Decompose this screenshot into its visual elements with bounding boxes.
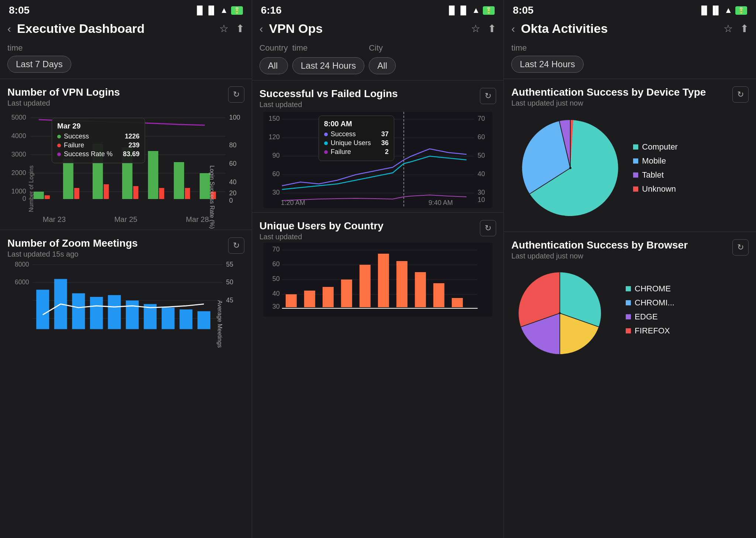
p2-unique-dot xyxy=(324,141,328,145)
star-icon-3[interactable]: ☆ xyxy=(724,23,733,35)
legend-computer: Computer xyxy=(633,142,678,152)
star-icon-2[interactable]: ☆ xyxy=(471,23,480,35)
svg-rect-48 xyxy=(179,309,192,329)
filter-label-1: time xyxy=(7,43,244,53)
country-pill[interactable]: All xyxy=(260,57,288,74)
divider-2b xyxy=(252,212,504,213)
star-icon-1[interactable]: ☆ xyxy=(219,23,228,35)
auth-browser-refresh[interactable]: ↻ xyxy=(732,239,749,256)
failure-label: Failure xyxy=(64,141,84,149)
svg-text:8000: 8000 xyxy=(15,261,29,268)
x-label-3: Mar 28 xyxy=(186,215,209,224)
vpn-logins-subtitle: Last updated xyxy=(7,99,120,107)
unknown-label: Unknown xyxy=(642,184,676,194)
svg-text:60: 60 xyxy=(229,160,237,167)
panel-executive-dashboard: 8:05 ▐▌▐▌ ▲ 🔋 ‹ Executive Dashboard ☆ ⬆ … xyxy=(0,0,252,538)
svg-rect-86 xyxy=(378,254,389,307)
svg-rect-20 xyxy=(74,188,79,199)
share-icon-3[interactable]: ⬆ xyxy=(740,23,749,35)
status-bar-3: 8:05 ▐▌▐▌ ▲ 🔋 xyxy=(504,0,756,18)
svg-text:70: 70 xyxy=(272,246,279,253)
page-title-2: VPN Ops xyxy=(269,21,465,36)
time-pill-2[interactable]: Last 24 Hours xyxy=(292,57,364,74)
filter-pill-24h[interactable]: Last 24 Hours xyxy=(511,56,583,73)
vpn-logins-refresh[interactable]: ↻ xyxy=(228,86,244,103)
success-failed-refresh[interactable]: ↻ xyxy=(480,88,496,104)
zoom-meetings-refresh[interactable]: ↻ xyxy=(228,237,244,254)
wifi-icon-3: ▲ xyxy=(724,6,732,15)
y-label-left-1: Number of Logins xyxy=(28,165,35,212)
svg-text:45: 45 xyxy=(226,297,233,304)
tooltip-row-rate: Success Rate % 83.69 xyxy=(57,150,140,158)
back-button-1[interactable]: ‹ xyxy=(7,23,11,35)
auth-browser-title-group: Authentication Success by Browser Last u… xyxy=(511,239,688,260)
time-3: 8:05 xyxy=(513,4,533,16)
edge-color xyxy=(626,314,631,319)
svg-text:80: 80 xyxy=(229,141,237,149)
filter-label-3: time xyxy=(511,43,749,53)
svg-rect-25 xyxy=(148,151,158,199)
device-legend: Computer Mobile Tablet Unknown xyxy=(633,142,678,194)
city-pill[interactable]: All xyxy=(369,57,396,74)
status-bar-1: 8:05 ▐▌▐▌ ▲ 🔋 xyxy=(0,0,252,18)
success-failed-title: Successful vs Failed Logins xyxy=(260,88,398,100)
svg-text:2000: 2000 xyxy=(11,169,26,177)
vpn-logins-section: Number of VPN Logins Last updated ↻ Mar … xyxy=(0,80,252,228)
back-button-2[interactable]: ‹ xyxy=(260,23,263,35)
svg-rect-84 xyxy=(341,280,352,307)
svg-text:9:40 AM: 9:40 AM xyxy=(428,199,453,206)
svg-text:50: 50 xyxy=(226,278,234,286)
legend-tablet: Tablet xyxy=(633,170,678,180)
p2-tooltip: 8:00 AM Success 37 Unique Users 36 Failu… xyxy=(319,116,394,161)
auth-browser-subtitle: Last updated just now xyxy=(511,252,688,260)
status-icons-3: ▐▌▐▌ ▲ 🔋 xyxy=(698,6,747,15)
unknown-color xyxy=(633,186,638,192)
computer-color xyxy=(633,144,638,150)
nav-bar-3: ‹ Okta Activities ☆ ⬆ xyxy=(504,18,756,40)
filter-pill-last7days[interactable]: Last 7 Days xyxy=(7,56,71,73)
svg-rect-27 xyxy=(174,162,184,199)
legend-firefox: FIREFOX xyxy=(626,326,674,336)
nav-icons-3: ☆ ⬆ xyxy=(724,23,749,35)
svg-text:3000: 3000 xyxy=(11,151,26,158)
share-icon-1[interactable]: ⬆ xyxy=(236,23,244,35)
failure-val: 239 xyxy=(121,141,140,149)
svg-rect-28 xyxy=(185,188,190,199)
back-button-3[interactable]: ‹ xyxy=(511,23,515,35)
success-failed-title-group: Successful vs Failed Logins Last updated xyxy=(260,88,398,109)
tooltip-row-failure: Failure 239 xyxy=(57,141,140,149)
svg-rect-45 xyxy=(126,301,139,329)
legend-unknown: Unknown xyxy=(633,184,678,194)
svg-text:4000: 4000 xyxy=(11,132,26,140)
success-failed-subtitle: Last updated xyxy=(260,100,398,109)
svg-text:100: 100 xyxy=(229,114,240,121)
svg-text:6000: 6000 xyxy=(15,278,29,286)
unique-users-refresh[interactable]: ↻ xyxy=(480,220,496,236)
nav-icons-1: ☆ ⬆ xyxy=(219,23,244,35)
country-chart: 70 60 50 40 30 xyxy=(260,243,496,316)
filter-section-3: time Last 24 Hours xyxy=(504,40,756,77)
p2-success-label: Success xyxy=(331,130,356,138)
zoom-meetings-header: Number of Zoom Meetings Last updated 15s… xyxy=(7,237,244,258)
divider-3b xyxy=(504,232,756,232)
unique-users-subtitle: Last updated xyxy=(260,233,384,241)
status-icons-1: ▐▌▐▌ ▲ 🔋 xyxy=(194,6,243,15)
svg-text:60: 60 xyxy=(478,133,485,141)
svg-rect-90 xyxy=(452,298,463,307)
country-svg: 70 60 50 40 30 xyxy=(263,243,493,316)
svg-text:0: 0 xyxy=(229,197,233,204)
nav-bar-1: ‹ Executive Dashboard ☆ ⬆ xyxy=(0,18,252,40)
computer-label: Computer xyxy=(642,142,678,152)
tablet-label: Tablet xyxy=(642,170,664,180)
edge-label: EDGE xyxy=(635,312,657,322)
auth-device-refresh[interactable]: ↻ xyxy=(732,86,749,103)
filter-section-2: Country All time Last 24 Hours City All xyxy=(252,40,504,79)
signal-icon-3: ▐▌▐▌ xyxy=(698,6,721,15)
wifi-icon: ▲ xyxy=(220,6,228,15)
svg-text:60: 60 xyxy=(272,260,279,268)
vpn-logins-title: Number of VPN Logins xyxy=(7,86,120,98)
panel2-content: Successful vs Failed Logins Last updated… xyxy=(252,82,504,538)
svg-rect-18 xyxy=(45,195,50,199)
share-icon-2[interactable]: ⬆ xyxy=(488,23,496,35)
success-failed-chart: 8:00 AM Success 37 Unique Users 36 Failu… xyxy=(260,112,496,208)
